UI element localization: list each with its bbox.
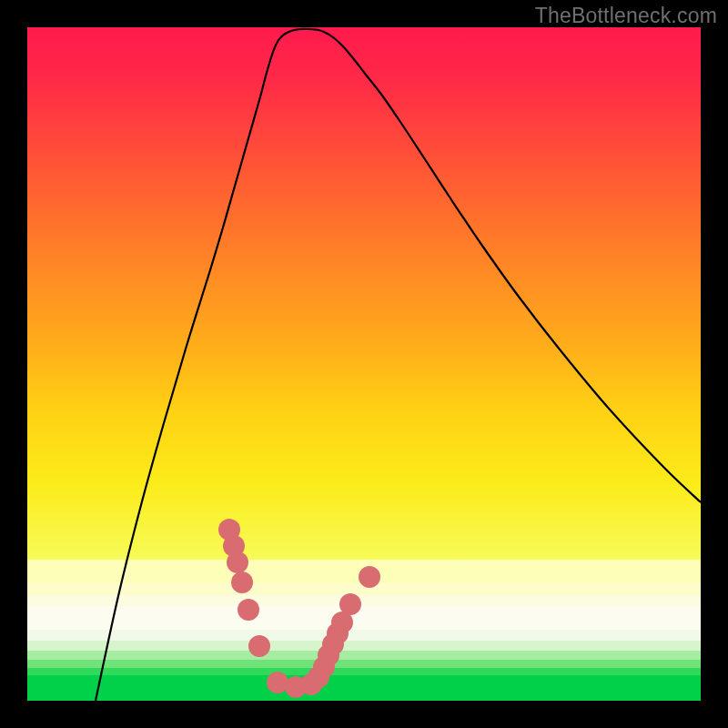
highlight-point [231,571,253,593]
highlight-point [227,551,248,573]
marker-layer [27,27,701,701]
attribution-text: TheBottleneck.com [535,4,717,28]
highlight-point [359,566,380,588]
highlight-point [238,599,259,621]
highlight-point [339,593,361,615]
highlight-points [218,519,380,698]
plot-area [27,27,701,701]
highlight-point [267,672,288,693]
highlight-point [248,635,270,657]
chart-frame: TheBottleneck.com [0,0,728,728]
